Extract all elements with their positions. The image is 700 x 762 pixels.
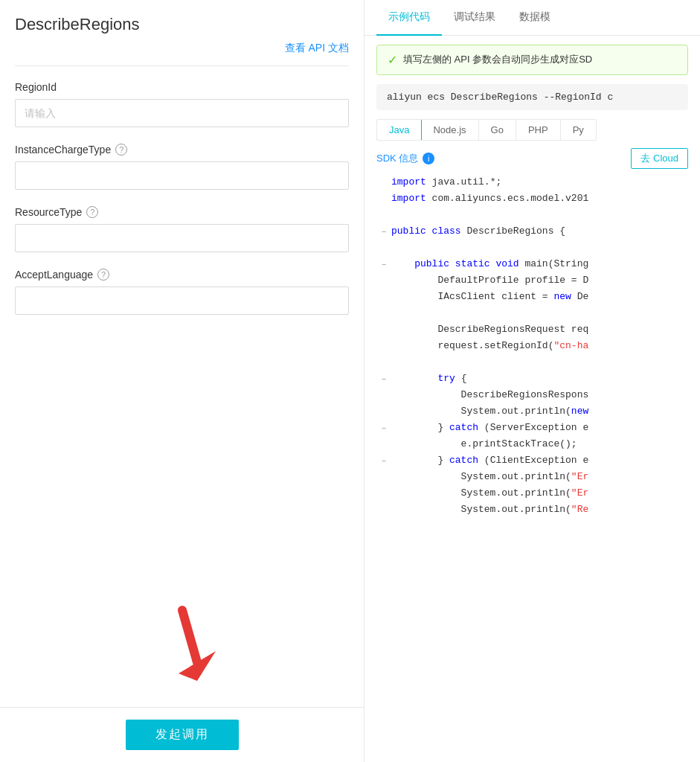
fold-gutter[interactable]: − — [376, 259, 391, 272]
sdk-info-label: SDK 信息 — [376, 152, 418, 165]
sdk-info-row: SDK 信息 i 去 Cloud — [376, 148, 688, 169]
help-icon[interactable]: ? — [86, 206, 98, 218]
code-line: e.printStackTrace(); — [376, 437, 700, 453]
code-line: − public static void main(String — [376, 257, 700, 273]
code-line — [376, 208, 700, 224]
arrow-container — [0, 573, 364, 707]
code-text: } catch (ServerException e — [391, 420, 588, 436]
code-text: System.out.println("Re — [391, 502, 588, 518]
code-line: DescribeRegionsRespons — [376, 388, 700, 404]
code-line: import java.util.*; — [376, 175, 700, 191]
sdk-info-left[interactable]: SDK 信息 i — [376, 152, 434, 165]
code-line: System.out.println("Re — [376, 502, 700, 519]
svg-line-1 — [182, 610, 197, 662]
field-label-text: RegionId — [15, 81, 57, 93]
code-text: IAcsClient client = new De — [391, 289, 588, 305]
code-text: request.setRegionId("cn-ha — [391, 339, 588, 354]
code-line: import com.aliyuncs.ecs.model.v201 — [376, 191, 700, 208]
code-line: System.out.println("Er — [376, 470, 700, 486]
tab-example[interactable]: 示例代码 — [376, 0, 442, 36]
code-area[interactable]: import java.util.*;import com.aliyuncs.e… — [365, 175, 700, 762]
code-text: DefaultProfile profile = D — [391, 273, 588, 289]
code-text: DescribeRegionsRequest req — [391, 322, 588, 338]
lang-tabs: JavaNode.jsGoPHPPy — [376, 119, 597, 141]
lang-tab-java[interactable]: Java — [376, 119, 422, 141]
code-text: e.printStackTrace(); — [391, 437, 577, 452]
fold-gutter[interactable]: − — [376, 455, 391, 469]
left-panel: DescribeRegions 查看 API 文档 RegionIdInstan… — [0, 0, 365, 762]
form-group-acceptlanguage: AcceptLanguage? — [15, 269, 349, 315]
submit-button[interactable]: 发起调用 — [126, 720, 239, 750]
tab-datamodel[interactable]: 数据模 — [507, 0, 562, 36]
form-area: RegionIdInstanceChargeType?ResourceType?… — [0, 66, 364, 573]
field-input-instancechargetype[interactable] — [15, 161, 349, 190]
right-panel: 示例代码调试结果数据模 ✓ 填写左侧的 API 参数会自动同步生成对应SD al… — [365, 0, 700, 762]
api-doc-link[interactable]: 查看 API 文档 — [285, 42, 349, 55]
cli-command: aliyun ecs DescribeRegions --RegionId c — [376, 84, 688, 110]
field-label-text: InstanceChargeType — [15, 144, 111, 156]
help-icon[interactable]: ? — [97, 269, 109, 281]
left-header: DescribeRegions 查看 API 文档 — [0, 0, 364, 66]
code-text: DescribeRegionsRespons — [391, 388, 588, 403]
code-text: public class DescribeRegions { — [391, 224, 565, 240]
left-footer: 发起调用 — [0, 707, 364, 762]
field-label-text: AcceptLanguage — [15, 269, 93, 281]
tab-debug[interactable]: 调试结果 — [442, 0, 507, 36]
form-group-regionid: RegionId — [15, 81, 349, 127]
code-line — [376, 240, 700, 257]
code-line: DescribeRegionsRequest req — [376, 322, 700, 339]
field-input-resourcetype[interactable] — [15, 224, 349, 252]
code-text: System.out.println("Er — [391, 470, 588, 485]
page-title: DescribeRegions — [15, 15, 349, 34]
code-line — [376, 306, 700, 322]
field-label-acceptlanguage: AcceptLanguage? — [15, 269, 349, 281]
lang-tab-nodejs[interactable]: Node.js — [421, 120, 478, 140]
code-line: − try { — [376, 371, 700, 388]
lang-tab-go[interactable]: Go — [479, 120, 516, 140]
code-text: public static void main(String — [391, 257, 588, 272]
code-line: request.setRegionId("cn-ha — [376, 339, 700, 355]
code-line: System.out.println("Er — [376, 486, 700, 502]
info-text: 填写左侧的 API 参数会自动同步生成对应SD — [403, 53, 592, 66]
code-text: import java.util.*; — [391, 175, 501, 190]
check-icon: ✓ — [388, 53, 397, 67]
field-label-resourcetype: ResourceType? — [15, 206, 349, 218]
form-group-resourcetype: ResourceType? — [15, 206, 349, 252]
code-line: IAcsClient client = new De — [376, 289, 700, 306]
info-banner: ✓ 填写左侧的 API 参数会自动同步生成对应SD — [376, 45, 688, 75]
field-label-instancechargetype: InstanceChargeType? — [15, 144, 349, 156]
tabs-row: 示例代码调试结果数据模 — [365, 0, 700, 36]
api-doc-link-row: 查看 API 文档 — [15, 42, 349, 66]
cloud-button[interactable]: 去 Cloud — [631, 148, 688, 169]
lang-tab-php[interactable]: PHP — [516, 120, 561, 140]
code-line: DefaultProfile profile = D — [376, 273, 700, 289]
code-line: System.out.println(new — [376, 404, 700, 420]
help-icon[interactable]: ? — [115, 144, 127, 156]
lang-tab-py[interactable]: Py — [561, 120, 596, 140]
code-text: try { — [391, 371, 466, 387]
code-line: − } catch (ServerException e — [376, 420, 700, 437]
code-line: −public class DescribeRegions { — [376, 224, 700, 240]
field-label-text: ResourceType — [15, 206, 82, 218]
code-text: } catch (ClientException e — [391, 453, 588, 469]
info-icon: i — [423, 153, 434, 164]
fold-gutter[interactable]: − — [376, 374, 391, 387]
code-line — [376, 355, 700, 371]
field-input-acceptlanguage[interactable] — [15, 286, 349, 315]
code-text: System.out.println("Er — [391, 486, 588, 502]
field-input-regionid[interactable] — [15, 99, 349, 127]
code-text: System.out.println(new — [391, 404, 588, 420]
fold-gutter[interactable]: − — [376, 226, 391, 240]
form-group-instancechargetype: InstanceChargeType? — [15, 144, 349, 190]
code-text: import com.aliyuncs.ecs.model.v201 — [391, 191, 588, 207]
down-arrow-icon — [138, 603, 227, 692]
fold-gutter[interactable]: − — [376, 423, 391, 436]
field-label-regionid: RegionId — [15, 81, 349, 93]
code-line: − } catch (ClientException e — [376, 453, 700, 470]
